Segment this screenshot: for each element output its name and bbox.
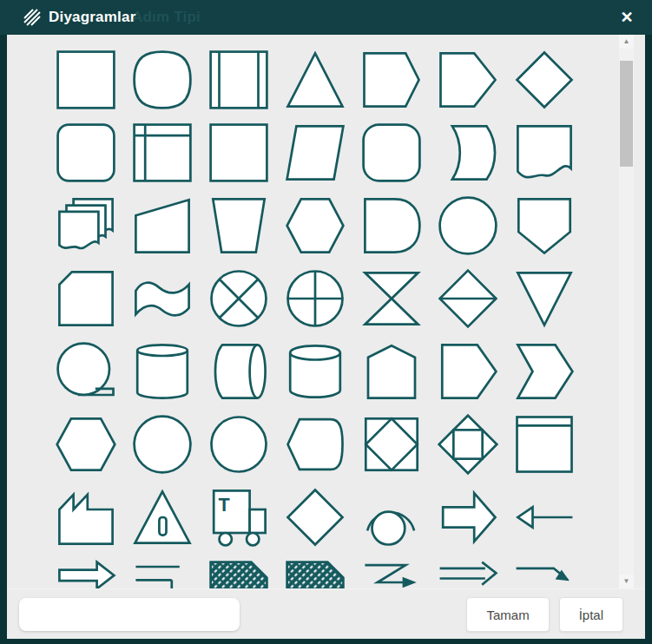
scrollbar[interactable]: ▲ ▼ — [619, 35, 634, 588]
dialog-body: T ▲ ▼ Tamam İptal — [7, 35, 645, 639]
shape-database[interactable] — [277, 335, 353, 408]
dialog-title: Diyagramlar — [49, 0, 135, 35]
shape-hexagon[interactable] — [277, 189, 353, 262]
shape-diamond-2[interactable] — [277, 481, 353, 554]
shape-summing-junction[interactable] — [201, 262, 277, 335]
shape-name-input[interactable] — [19, 598, 240, 631]
shape-banner-arrow[interactable] — [48, 554, 124, 588]
shape-grid: T — [7, 35, 645, 588]
shape-manual-operation[interactable] — [201, 189, 277, 262]
shape-home-plate-pentagon[interactable] — [430, 43, 506, 116]
shape-merge[interactable] — [506, 262, 583, 335]
shape-factory[interactable] — [48, 481, 124, 554]
svg-text:T: T — [219, 494, 230, 516]
shape-parallel-lines[interactable] — [124, 554, 201, 588]
shape-parallelogram[interactable] — [277, 116, 353, 189]
shape-rounded-square-2[interactable] — [353, 116, 430, 189]
shape-chevron[interactable] — [506, 335, 583, 408]
ok-button[interactable]: Tamam — [466, 597, 549, 632]
shape-collate[interactable] — [353, 262, 430, 335]
shape-inspection-triangle[interactable] — [124, 481, 201, 554]
scroll-down-icon[interactable]: ▼ — [619, 575, 634, 588]
shape-double-line-arrow[interactable] — [430, 554, 506, 588]
shape-card[interactable] — [48, 262, 124, 335]
shape-circle[interactable] — [430, 189, 506, 262]
shape-pentagon-right[interactable] — [353, 43, 430, 116]
shape-internal-storage[interactable] — [124, 116, 201, 189]
shape-sort[interactable] — [430, 262, 506, 335]
shape-square-in-diamond[interactable] — [430, 408, 506, 481]
button-row: Tamam İptal — [466, 597, 623, 632]
shape-titled-panel[interactable] — [506, 408, 583, 481]
shape-or-junction[interactable] — [277, 262, 353, 335]
shape-square[interactable] — [48, 43, 124, 116]
shape-slanted-top-quad[interactable] — [124, 189, 201, 262]
cancel-button[interactable]: İptal — [559, 597, 623, 632]
shape-circle-2[interactable] — [124, 408, 201, 481]
shape-triangle[interactable] — [277, 43, 353, 116]
shape-drum[interactable] — [124, 335, 201, 408]
shape-bent-arrow[interactable] — [506, 554, 583, 588]
shape-off-page-connector[interactable] — [506, 189, 583, 262]
shape-horizontal-cylinder[interactable] — [201, 335, 277, 408]
shape-rounded-square[interactable] — [48, 116, 124, 189]
shape-zigzag-arrow[interactable] — [353, 554, 430, 588]
dialog-header: Adım Tipi Diyagramlar ✕ — [0, 0, 652, 35]
shape-diamond[interactable] — [506, 43, 583, 116]
shape-delay[interactable] — [353, 189, 430, 262]
shape-display[interactable] — [277, 408, 353, 481]
shape-pentagon-right-2[interactable] — [430, 335, 506, 408]
shape-hatched-box-1[interactable] — [201, 554, 277, 588]
shape-square-2[interactable] — [201, 116, 277, 189]
shape-line-arrow-left[interactable] — [506, 481, 583, 554]
stripes-icon — [23, 8, 42, 27]
scrollbar-thumb[interactable] — [620, 61, 633, 167]
shape-bulged-square[interactable] — [124, 43, 201, 116]
shape-magnetic-tape[interactable] — [48, 335, 124, 408]
shape-gauge[interactable] — [353, 481, 430, 554]
shape-document[interactable] — [506, 116, 583, 189]
shape-transport-truck[interactable]: T — [201, 481, 277, 554]
shape-circle-3[interactable] — [201, 408, 277, 481]
background-dialog-title: Adım Tipi — [132, 0, 201, 35]
shape-multi-document[interactable] — [48, 189, 124, 262]
dialog-footer: Tamam İptal — [7, 588, 645, 639]
shape-scroll-area: T — [7, 35, 645, 588]
scroll-up-icon[interactable]: ▲ — [619, 35, 634, 49]
shape-hatched-box-2[interactable] — [277, 554, 353, 588]
shape-diamond-in-square[interactable] — [353, 408, 430, 481]
shape-hexagon-2[interactable] — [48, 408, 124, 481]
shape-house-pentagon[interactable] — [353, 335, 430, 408]
shape-block-arrow-right[interactable] — [430, 481, 506, 554]
shape-predefined-process[interactable] — [201, 43, 277, 116]
shape-stored-data[interactable] — [430, 116, 506, 189]
shape-wave-banner[interactable] — [124, 262, 201, 335]
close-icon[interactable]: ✕ — [616, 0, 638, 35]
